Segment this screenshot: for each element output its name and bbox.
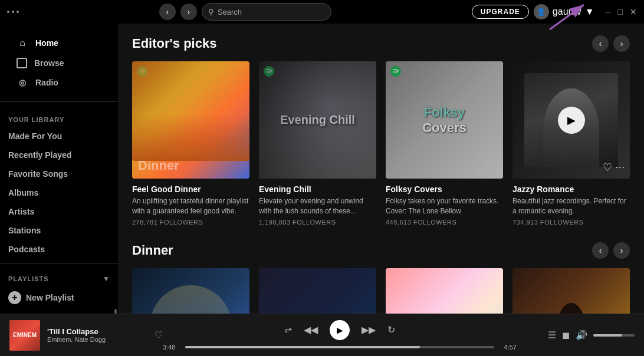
window-controls: ─ □ ✕	[605, 7, 637, 17]
sidebar-item-made-for-you[interactable]: Made For You	[0, 127, 118, 146]
dinner-card-jukebox[interactable]: Jukebox Joint	[259, 268, 376, 314]
card-folksy-covers[interactable]: Folksy Covers Folksy Covers Folksy takes…	[386, 61, 503, 226]
card-followers: 734,913 FOLLOWERS	[512, 219, 630, 226]
player: EMINEM 'Till I Collapse Eminem, Nate Dog…	[0, 314, 644, 356]
progress-fill	[185, 346, 420, 348]
editors-picks-header: Editor's picks ‹ ›	[132, 35, 630, 52]
browse-icon	[17, 58, 27, 68]
card-title: Evening Chill	[259, 184, 376, 194]
user-area[interactable]: 👤 gaurav ▼	[534, 4, 594, 19]
sidebar-item-recently-played[interactable]: Recently Played	[0, 146, 118, 164]
prev-button[interactable]: ‹	[592, 35, 609, 52]
titlebar-right: UPGRADE 👤 gaurav ▼ ─ □ ✕	[472, 4, 637, 19]
chevron-down-icon[interactable]: ▼	[103, 275, 110, 283]
dinner-section-nav: ‹ ›	[592, 242, 630, 259]
card-actions: ♡ ···	[603, 161, 625, 174]
home-icon: ⌂	[17, 38, 28, 48]
main-layout: ⌂ Home Browse ◎ Radio YOUR LIBRARY Made …	[0, 24, 644, 314]
card-overlay: ▶ ♡ ···	[512, 61, 630, 179]
titlebar-nav: ‹ › ⚲ Search	[159, 3, 331, 21]
add-icon: +	[8, 291, 21, 304]
dinner-card-4[interactable]	[512, 268, 630, 314]
search-bar[interactable]: ⚲ Search	[202, 3, 331, 21]
sidebar-item-podcasts[interactable]: Podcasts	[0, 240, 118, 259]
sidebar-item-home[interactable]: ⌂ Home	[8, 33, 110, 53]
forward-button[interactable]: ›	[180, 4, 197, 20]
volume-icon[interactable]: 🔊	[576, 329, 587, 341]
sidebar: ⌂ Home Browse ◎ Radio YOUR LIBRARY Made …	[0, 24, 118, 314]
editors-picks-cards: Feel GoodDinner Feel Good Dinner An upli…	[132, 61, 630, 226]
player-controls: ⇌ ◀◀ ▶ ▶▶ ↻	[284, 320, 395, 340]
time-elapsed: 3:48	[163, 344, 180, 351]
card-description: Folksy takes on your favorite tracks. Co…	[386, 196, 503, 216]
dinner-prev-button[interactable]: ‹	[592, 242, 609, 259]
time-total: 4:57	[499, 344, 517, 351]
track-info: 'Till I Collapse Eminem, Nate Dogg	[47, 327, 143, 343]
dinner-section-header: Dinner ‹ ›	[132, 242, 630, 259]
card-jazzy-romance[interactable]: ▶ ♡ ··· Jazzy Romance Beautiful jazz rec…	[512, 61, 630, 226]
dinner-next-button[interactable]: ›	[613, 242, 630, 259]
avatar: 👤	[534, 4, 549, 19]
editors-picks-title: Editor's picks	[132, 36, 216, 51]
content-area: Editor's picks ‹ › Feel GoodDinner	[118, 24, 644, 314]
dinner-cards: Jukebox Joint	[132, 268, 630, 314]
shuffle-button[interactable]: ⇌	[284, 324, 292, 335]
maximize-button[interactable]: □	[618, 7, 623, 17]
progress-area: 3:48 4:57	[163, 344, 517, 351]
card-title: Folksy Covers	[386, 184, 503, 194]
dinner-card-img-3	[386, 268, 503, 314]
titlebar-dots	[7, 11, 19, 13]
player-left: EMINEM 'Till I Collapse Eminem, Nate Dog…	[9, 320, 163, 351]
dinner-title: Dinner	[132, 243, 173, 258]
dinner-card-3[interactable]	[386, 268, 503, 314]
heart-icon[interactable]: ♡	[603, 161, 612, 174]
sidebar-item-browse[interactable]: Browse	[8, 53, 110, 73]
chevron-down-icon: ▼	[585, 6, 594, 17]
close-button[interactable]: ✕	[630, 7, 637, 17]
artist-name: Eminem, Nate Dogg	[47, 336, 143, 343]
player-right: ☰ ◼ 🔊	[517, 329, 635, 341]
radio-icon: ◎	[17, 78, 28, 87]
queue-button[interactable]: ☰	[548, 329, 556, 341]
dinner-card-img-jukebox: Jukebox Joint	[259, 268, 376, 314]
album-art: EMINEM	[9, 320, 40, 351]
devices-button[interactable]: ◼	[562, 329, 570, 341]
playlists-header: PLAYLISTS ▼	[0, 269, 118, 286]
search-icon: ⚲	[208, 8, 214, 17]
card-title: Feel Good Dinner	[132, 184, 249, 194]
sidebar-item-albums[interactable]: Albums	[0, 183, 118, 202]
track-name: 'Till I Collapse	[47, 327, 143, 336]
heart-button[interactable]: ♡	[155, 329, 163, 341]
dinner-card-img-1	[132, 268, 249, 314]
minimize-button[interactable]: ─	[605, 7, 611, 17]
dinner-card-1[interactable]	[132, 268, 249, 314]
volume-bar[interactable]	[593, 334, 635, 337]
back-button[interactable]: ‹	[159, 4, 176, 20]
card-followers: 278,781 FOLLOWERS	[132, 219, 249, 226]
card-description: An uplifting yet tasteful dinner playlis…	[132, 196, 249, 216]
play-pause-button[interactable]: ▶	[330, 320, 350, 340]
sidebar-item-radio[interactable]: ◎ Radio	[8, 73, 110, 92]
sidebar-item-favorite-songs[interactable]: Favorite Songs	[0, 164, 118, 183]
sidebar-item-artists[interactable]: Artists	[0, 202, 118, 221]
playlists-label: PLAYLISTS	[8, 275, 49, 282]
card-description: Beautiful jazz recordings. Perfect for a…	[512, 196, 630, 216]
prev-track-button[interactable]: ◀◀	[304, 324, 318, 335]
repeat-button[interactable]: ↻	[387, 324, 395, 335]
card-followers: 1,198,803 FOLLOWERS	[259, 219, 376, 226]
section-nav: ‹ ›	[592, 35, 630, 52]
volume-fill	[593, 334, 622, 337]
progress-bar[interactable]	[185, 346, 494, 348]
new-playlist-button[interactable]: + New Playlist	[0, 286, 118, 309]
username: gaurav	[553, 6, 581, 17]
upgrade-button[interactable]: UPGRADE	[472, 5, 529, 19]
next-track-button[interactable]: ▶▶	[362, 324, 376, 335]
play-button[interactable]: ▶	[558, 107, 585, 134]
card-evening-chill[interactable]: Evening Chill Evening Chill Elevate your…	[259, 61, 376, 226]
more-icon[interactable]: ···	[616, 162, 625, 173]
next-button[interactable]: ›	[613, 35, 630, 52]
sidebar-item-stations[interactable]: Stations	[0, 221, 118, 240]
player-center: ⇌ ◀◀ ▶ ▶▶ ↻ 3:48 4:57	[163, 320, 517, 351]
card-feel-good-dinner[interactable]: Feel GoodDinner Feel Good Dinner An upli…	[132, 61, 249, 226]
dinner-card-img-4	[512, 268, 630, 314]
